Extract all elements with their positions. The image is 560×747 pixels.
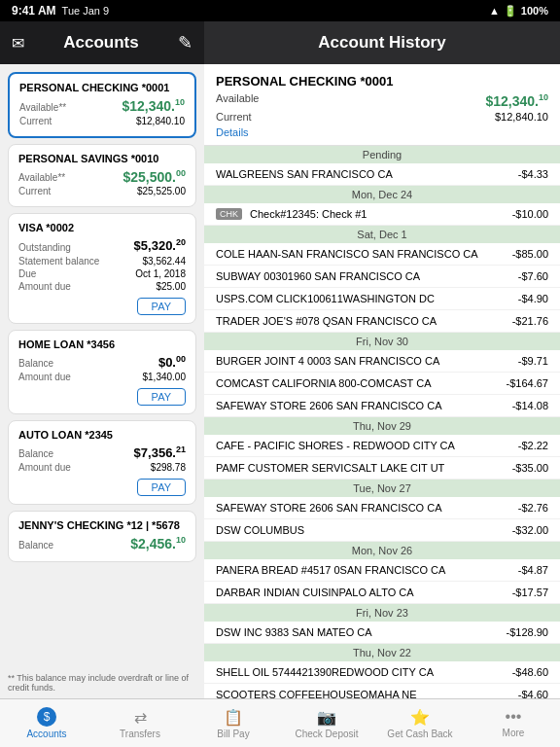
section-header: Fri, Nov 23 (204, 604, 560, 622)
tx-name: COLE HAAN-SAN FRANCISCO SAN FRANCISCO CA (216, 248, 512, 260)
account-card-personal-checking[interactable]: PERSONAL CHECKING *0001 Available** $12,… (8, 72, 196, 138)
tab-more[interactable]: ••• More (467, 699, 560, 747)
account-card-jenny-checking[interactable]: JENNY'S CHECKING *12 | *5678 Balance $2,… (8, 511, 196, 562)
section-header: Fri, Nov 30 (204, 333, 560, 350)
home-loan-pay-button[interactable]: PAY (137, 388, 186, 406)
status-icons: ▲ 🔋 100% (489, 5, 548, 18)
tab-transfers[interactable]: ⇄ Transfers (93, 699, 187, 747)
transfers-tab-label: Transfers (120, 729, 160, 739)
tx-amount: -$14.08 (512, 400, 548, 411)
available-amount: $12,340.10 (122, 97, 185, 114)
transaction-row[interactable]: SAFEWAY STORE 2606 SAN FRANCISCO CA -$2.… (204, 497, 560, 519)
due-label: Due (18, 268, 36, 279)
account-card-home-loan[interactable]: HOME LOAN *3456 Balance $0.00 Amount due… (8, 330, 196, 414)
balance-amount: $7,356.21 (134, 445, 186, 460)
tx-name: PANERA BREAD #4517 0SAN FRANCISCO CA (216, 564, 518, 576)
transaction-row[interactable]: SAFEWAY STORE 2606 SAN FRANCISCO CA -$14… (204, 395, 560, 417)
tx-name: SUBWAY 00301960 SAN FRANCISCO CA (216, 270, 518, 282)
check-transaction-row[interactable]: CHK Check#12345: Check #1 -$10.00 (204, 203, 560, 226)
tab-getcashback[interactable]: ⭐ Get Cash Back (373, 699, 467, 747)
transfers-tab-icon: ⇄ (134, 708, 147, 727)
transactions-container: Pending WALGREENS SAN FRANCISCO CA -$4.3… (204, 146, 560, 698)
section-header: Pending (204, 146, 560, 163)
transaction-row[interactable]: TRADER JOE'S #078 QSAN FRANCISCO CA -$21… (204, 310, 560, 333)
balance-label: Balance (18, 540, 53, 551)
account-card-personal-savings[interactable]: PERSONAL SAVINGS *0010 Available** $25,5… (8, 144, 196, 208)
available-amount: $25,500.00 (122, 168, 186, 185)
billpay-tab-icon: 📋 (224, 708, 243, 727)
transaction-row[interactable]: SHELL OIL 5744421390REDWOOD CITY CA -$48… (204, 661, 560, 684)
due-date: Oct 1, 2018 (135, 268, 186, 279)
visa-pay-button[interactable]: PAY (137, 298, 186, 315)
tx-name: SAFEWAY STORE 2606 SAN FRANCISCO CA (216, 502, 518, 514)
outstanding-amount: $5,320.20 (134, 237, 186, 253)
transaction-row[interactable]: DSW INC 9383 SAN MATEO CA -$128.90 (204, 622, 560, 644)
section-header: Tue, Nov 27 (204, 480, 560, 497)
mail-icon: ✉ (12, 34, 24, 53)
tx-name: SCOOTERS COFFEEHOUSEOMAHA NE (216, 689, 518, 698)
account-name: AUTO LOAN *2345 (18, 429, 186, 441)
amount-due-label: Amount due (18, 462, 71, 473)
tab-checkdeposit[interactable]: 📷 Check Deposit (280, 699, 373, 747)
tx-name: SAFEWAY STORE 2606 SAN FRANCISCO CA (216, 400, 512, 411)
transaction-row[interactable]: DSW COLUMBUS -$32.00 (204, 519, 560, 542)
account-card-auto-loan[interactable]: AUTO LOAN *2345 Balance $7,356.21 Amount… (8, 420, 196, 505)
transaction-row[interactable]: COLE HAAN-SAN FRANCISCO SAN FRANCISCO CA… (204, 243, 560, 266)
billpay-tab-label: Bill Pay (217, 729, 249, 739)
left-header-title: Accounts (63, 33, 138, 53)
account-name: PERSONAL SAVINGS *0010 (18, 153, 186, 164)
tab-billpay[interactable]: 📋 Bill Pay (187, 699, 280, 747)
left-panel: ✉ Accounts ✎ PERSONAL CHECKING *0001 Ava… (0, 21, 204, 698)
battery-percent: 100% (521, 5, 548, 17)
tx-amount: -$128.90 (507, 626, 548, 638)
left-header: ✉ Accounts ✎ (0, 21, 204, 64)
right-panel: Account History PERSONAL CHECKING *0001 … (204, 21, 560, 698)
section-header: Thu, Nov 22 (204, 644, 560, 661)
transaction-row[interactable]: DARBAR INDIAN CUISINPALO ALTO CA -$17.57 (204, 582, 560, 604)
tx-name: PAMF CUSTOMER SERVICSALT LAKE CIT UT (216, 462, 512, 474)
statement-label: Statement balance (18, 256, 99, 267)
tab-accounts[interactable]: $ Accounts (0, 699, 93, 747)
transaction-row[interactable]: USPS.COM CLICK100611WASHINGTON DC -$4.90 (204, 288, 560, 310)
tx-amount: -$164.67 (507, 377, 548, 389)
tx-amount: -$2.22 (518, 440, 548, 451)
available-label: Available (216, 92, 259, 109)
checkdeposit-tab-label: Check Deposit (295, 729, 358, 739)
amount-due: $25.00 (156, 281, 186, 292)
main-container: ✉ Accounts ✎ PERSONAL CHECKING *0001 Ava… (0, 21, 560, 698)
balance-amount: $0.00 (158, 354, 186, 370)
edit-icon[interactable]: ✎ (178, 32, 192, 53)
section-header: Sat, Dec 1 (204, 226, 560, 243)
tx-amount: -$9.71 (518, 355, 548, 367)
tx-amount: -$2.76 (518, 502, 548, 514)
tx-name: SHELL OIL 5744421390REDWOOD CITY CA (216, 666, 512, 678)
more-tab-icon: ••• (506, 708, 522, 726)
tx-name: USPS.COM CLICK100611WASHINGTON DC (216, 293, 518, 304)
account-card-visa[interactable]: VISA *0002 Outstanding $5,320.20 Stateme… (8, 213, 196, 323)
details-link[interactable]: Details (216, 126, 249, 138)
accounts-list: PERSONAL CHECKING *0001 Available** $12,… (0, 64, 204, 667)
transaction-row[interactable]: SCOOTERS COFFEEHOUSEOMAHA NE -$4.60 (204, 684, 560, 698)
transaction-row[interactable]: PAMF CUSTOMER SERVICSALT LAKE CIT UT -$3… (204, 457, 560, 480)
balance-label: Balance (18, 448, 53, 459)
transaction-row[interactable]: SUBWAY 00301960 SAN FRANCISCO CA -$7.60 (204, 266, 560, 288)
transaction-row[interactable]: WALGREENS SAN FRANCISCO CA -$4.33 (204, 163, 560, 186)
tx-name: COMCAST CALIFORNIA 800-COMCAST CA (216, 377, 507, 389)
transaction-row[interactable]: BURGER JOINT 4 0003 SAN FRANCISCO CA -$9… (204, 350, 560, 373)
current-label: Current (216, 111, 252, 123)
current-amount: $12,840.10 (136, 116, 185, 126)
transaction-row[interactable]: CAFE - PACIFIC SHORES - REDWOOD CITY CA … (204, 435, 560, 457)
amount-due: $298.78 (151, 462, 186, 473)
tx-amount: -$4.87 (518, 564, 548, 576)
accounts-tab-label: Accounts (26, 729, 66, 739)
section-header: Mon, Dec 24 (204, 186, 560, 203)
auto-loan-pay-button[interactable]: PAY (137, 479, 186, 496)
transaction-row[interactable]: PANERA BREAD #4517 0SAN FRANCISCO CA -$4… (204, 559, 560, 582)
accounts-tab-icon: $ (37, 707, 56, 727)
right-header: Account History (204, 21, 560, 64)
account-name: HOME LOAN *3456 (18, 338, 186, 350)
tx-amount: -$48.60 (512, 666, 548, 678)
tx-amount: -$4.90 (518, 293, 548, 304)
check-amount: -$10.00 (512, 208, 548, 220)
transaction-row[interactable]: COMCAST CALIFORNIA 800-COMCAST CA -$164.… (204, 373, 560, 395)
